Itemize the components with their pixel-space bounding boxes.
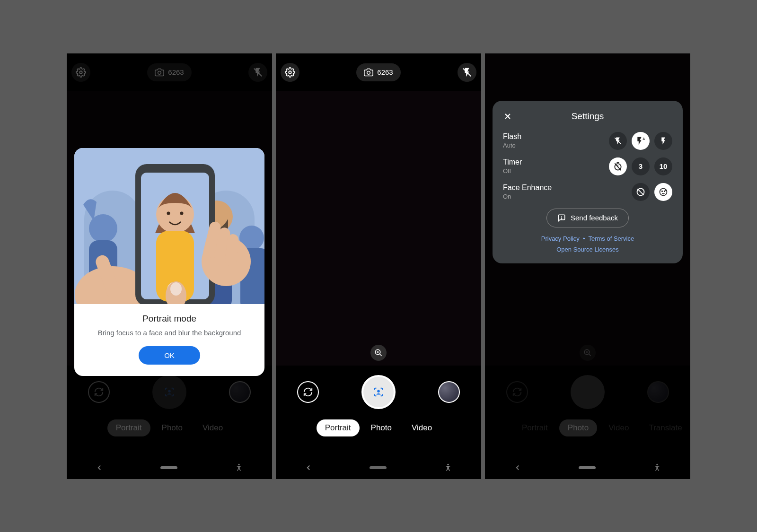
- feedback-label: Send feedback: [571, 214, 618, 222]
- top-bar: 6263: [276, 53, 481, 91]
- settings-face-row: Face Enhance On: [503, 183, 672, 201]
- flash-off-icon: [614, 137, 622, 145]
- flash-button[interactable]: [458, 63, 476, 82]
- settings-button[interactable]: [281, 63, 299, 82]
- svg-line-31: [379, 354, 382, 356]
- settings-timer-row: Timer Off 3 10: [503, 157, 672, 175]
- camera-viewport[interactable]: [276, 91, 481, 366]
- gear-icon: [76, 67, 86, 78]
- gallery-button[interactable]: [438, 381, 460, 403]
- bottom-controls: Portrait Photo Video: [276, 366, 481, 479]
- svg-point-28: [367, 71, 370, 74]
- nav-back-icon[interactable]: [304, 463, 313, 472]
- photo-count-chip[interactable]: 6263: [147, 63, 191, 81]
- phone-screen-1: 6263: [67, 53, 272, 479]
- face-sparkle-icon: [659, 187, 668, 197]
- face-enhance-value: On: [503, 193, 552, 200]
- timer-off-option[interactable]: [609, 157, 627, 175]
- settings-title: Settings: [503, 111, 672, 122]
- mode-switcher: Portrait Photo Video: [276, 419, 481, 436]
- flash-off-icon: [462, 67, 472, 78]
- timer-10s-option[interactable]: 10: [654, 157, 672, 175]
- flash-off-option[interactable]: [609, 132, 627, 150]
- feedback-icon: [557, 214, 566, 222]
- switch-camera-button[interactable]: [297, 381, 319, 403]
- svg-point-15: [167, 211, 170, 215]
- shutter-button[interactable]: [361, 375, 396, 409]
- flash-on-option[interactable]: [654, 132, 672, 150]
- privacy-policy-link[interactable]: Privacy Policy: [541, 235, 580, 242]
- accessibility-icon[interactable]: [443, 463, 453, 472]
- timer-value: Off: [503, 167, 522, 174]
- face-enhance-label: Face Enhance: [503, 183, 552, 192]
- flash-auto-icon: A: [636, 136, 645, 146]
- settings-button[interactable]: [71, 63, 90, 82]
- settings-links: Privacy Policy • Terms of Service Open S…: [503, 235, 672, 253]
- svg-point-35: [447, 463, 449, 465]
- camera-icon: [364, 68, 373, 77]
- settings-panel: Settings Flash Auto A: [493, 101, 683, 263]
- nav-home-pill[interactable]: [370, 466, 387, 469]
- flash-auto-option[interactable]: A: [632, 132, 650, 150]
- face-enhance-on-option[interactable]: [654, 183, 672, 201]
- timer-off-icon: [613, 162, 623, 171]
- phone-screen-3: Settings Flash Auto A: [485, 53, 690, 479]
- photo-count: 6263: [168, 68, 184, 76]
- flash-label: Flash: [503, 132, 521, 141]
- mode-photo[interactable]: Photo: [362, 419, 400, 436]
- face-detect-icon: [373, 387, 384, 397]
- svg-point-24: [170, 282, 182, 296]
- face-off-icon: [636, 187, 645, 197]
- mode-portrait[interactable]: Portrait: [317, 419, 360, 436]
- timer-3s-option[interactable]: 3: [632, 157, 650, 175]
- flash-off-icon: [253, 67, 263, 78]
- portrait-mode-popup: Portrait mode Bring focus to a face and …: [74, 148, 264, 376]
- terms-of-service-link[interactable]: Terms of Service: [588, 235, 634, 242]
- popup-illustration: [74, 148, 264, 304]
- camera-icon: [155, 68, 164, 77]
- svg-point-51: [662, 191, 663, 192]
- flash-on-icon: [659, 137, 668, 145]
- photo-count: 6263: [377, 68, 393, 76]
- android-navbar: [276, 459, 481, 476]
- flash-button[interactable]: [248, 63, 267, 82]
- popup-title: Portrait mode: [83, 314, 256, 324]
- zoom-button[interactable]: [370, 345, 387, 361]
- svg-point-16: [180, 211, 184, 215]
- send-feedback-button[interactable]: Send feedback: [546, 209, 629, 227]
- svg-point-34: [377, 390, 380, 392]
- top-bar: 6263: [67, 53, 272, 91]
- svg-point-0: [79, 71, 82, 74]
- svg-point-52: [664, 191, 665, 192]
- photo-count-chip[interactable]: 6263: [356, 63, 400, 81]
- popup-text-section: Portrait mode Bring focus to a face and …: [74, 304, 264, 376]
- timer-label: Timer: [503, 158, 522, 166]
- svg-point-54: [561, 218, 562, 218]
- face-enhance-off-option[interactable]: [632, 183, 650, 201]
- svg-point-27: [289, 71, 291, 74]
- svg-point-1: [158, 71, 161, 74]
- zoom-in-icon: [374, 349, 383, 357]
- phone-screen-2: 6263 Portrait Photo: [276, 53, 481, 479]
- popup-description: Bring focus to a face and blur the backg…: [83, 329, 256, 337]
- gear-icon: [285, 67, 295, 78]
- settings-flash-row: Flash Auto A: [503, 132, 672, 150]
- svg-text:A: A: [643, 137, 645, 140]
- popup-ok-button[interactable]: OK: [139, 346, 200, 365]
- flash-value: Auto: [503, 142, 521, 149]
- switch-camera-icon: [303, 387, 313, 397]
- settings-close-button[interactable]: [503, 112, 512, 121]
- close-icon: [503, 112, 512, 121]
- mode-video[interactable]: Video: [403, 419, 440, 436]
- oss-licenses-link[interactable]: Open Source Licenses: [556, 246, 619, 253]
